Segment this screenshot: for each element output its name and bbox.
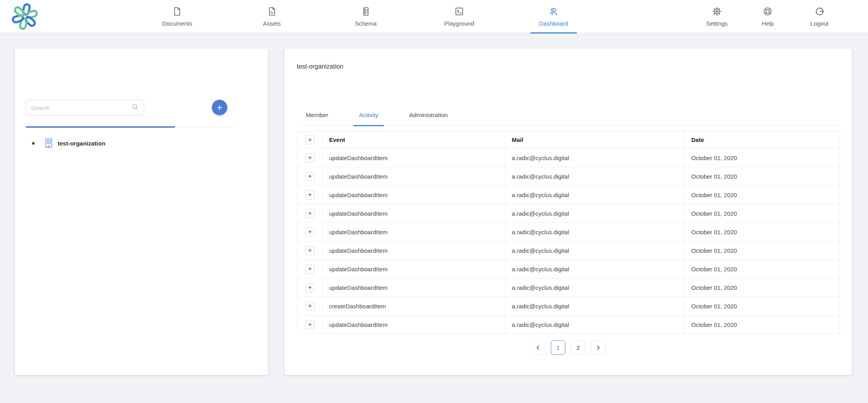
search-icon[interactable] — [131, 103, 139, 112]
expand-row-button[interactable] — [305, 246, 314, 255]
date-cell: October 01, 2020 — [685, 297, 840, 315]
organization-tree-panel: + test-organization — [15, 49, 268, 375]
expand-row-button[interactable] — [305, 209, 314, 218]
date-cell: October 01, 2020 — [685, 186, 840, 204]
date-cell: October 01, 2020 — [685, 278, 840, 297]
date-cell: October 01, 2020 — [685, 167, 840, 185]
expand-cell — [297, 186, 322, 204]
nav-label: Schema — [355, 20, 376, 27]
gear-icon — [712, 6, 722, 18]
database-icon — [361, 6, 371, 18]
nav-item-schema[interactable]: Schema — [355, 0, 376, 33]
nav-item-settings[interactable]: Settings — [706, 0, 728, 33]
organization-detail-panel: test-organization Member Activity Admini… — [284, 49, 852, 375]
nav-item-playground[interactable]: Playground — [444, 0, 474, 33]
event-cell: createDashboardItem — [322, 297, 505, 315]
nav-label: Documents — [162, 20, 192, 27]
next-page-button[interactable] — [591, 340, 606, 355]
document-icon — [172, 6, 182, 18]
expand-row-button[interactable] — [305, 265, 314, 274]
expand-row-button[interactable] — [305, 302, 314, 311]
event-cell: updateDashboardItem — [322, 149, 505, 167]
brand-logo-icon[interactable] — [10, 2, 39, 31]
nav-item-assets[interactable]: Assets — [263, 0, 281, 33]
mail-cell: a.radic@cyclus.digital — [505, 149, 685, 167]
page-button-1[interactable]: 1 — [551, 340, 565, 355]
date-cell: October 01, 2020 — [685, 260, 840, 278]
table-row: updateDashboardItem a.radic@cyclus.digit… — [297, 278, 840, 297]
expand-row-button[interactable] — [305, 320, 314, 329]
expand-cell — [297, 260, 322, 278]
prev-page-button[interactable] — [531, 340, 545, 355]
add-organization-button[interactable]: + — [212, 100, 227, 115]
mail-cell: a.radic@cyclus.digital — [505, 278, 685, 297]
search-row: + — [26, 100, 268, 116]
expand-row-button[interactable] — [305, 283, 314, 292]
event-cell: updateDashboardItem — [322, 278, 505, 297]
header-expand-cell — [297, 131, 322, 148]
expand-row-button[interactable] — [305, 172, 314, 181]
event-cell: updateDashboardItem — [322, 186, 505, 204]
nav-label: Dashboard — [539, 20, 568, 27]
expand-cell — [297, 149, 322, 167]
expand-all-button[interactable] — [305, 135, 314, 144]
lifebuoy-icon — [763, 6, 773, 18]
table-row: updateDashboardItem a.radic@cyclus.digit… — [297, 167, 840, 185]
nav-label: Playground — [444, 20, 474, 27]
event-cell: updateDashboardItem — [322, 204, 505, 222]
search-input[interactable] — [31, 104, 131, 111]
scrollbar-thumb[interactable] — [26, 126, 175, 128]
tree-item-label: test-organization — [58, 140, 105, 147]
mail-cell: a.radic@cyclus.digital — [505, 297, 685, 315]
table-row: updateDashboardItem a.radic@cyclus.digit… — [297, 204, 840, 222]
expand-cell — [297, 223, 322, 241]
table-body: updateDashboardItem a.radic@cyclus.digit… — [297, 148, 840, 334]
table-row: updateDashboardItem a.radic@cyclus.digit… — [297, 185, 840, 204]
nav-item-logout[interactable]: Logout — [810, 0, 829, 33]
tab-activity[interactable]: Activity — [354, 112, 384, 125]
date-cell: October 01, 2020 — [685, 315, 840, 334]
nav-item-documents[interactable]: Documents — [162, 0, 192, 33]
date-cell: October 01, 2020 — [685, 204, 840, 222]
building-icon — [44, 138, 53, 148]
scrollbar-track — [175, 127, 234, 127]
header-date: Date — [685, 131, 840, 148]
event-cell: updateDashboardItem — [322, 167, 505, 185]
nav-label: Settings — [706, 20, 728, 27]
mail-cell: a.radic@cyclus.digital — [505, 315, 685, 334]
nav-label: Logout — [810, 20, 829, 27]
event-cell: updateDashboardItem — [322, 241, 505, 259]
event-cell: updateDashboardItem — [322, 315, 505, 334]
team-icon — [548, 6, 559, 18]
activity-table: Event Mail Date updateDashboardItem a.ra… — [297, 131, 840, 334]
nav-item-dashboard[interactable]: Dashboard — [539, 0, 568, 33]
mail-cell: a.radic@cyclus.digital — [505, 167, 685, 185]
asset-image-icon — [267, 6, 277, 18]
expand-cell — [297, 278, 322, 297]
top-navbar: Documents Assets Schema Playground — [0, 0, 868, 33]
expand-cell — [297, 167, 322, 185]
date-cell: October 01, 2020 — [685, 149, 840, 167]
nav-label: Help — [762, 20, 774, 27]
expand-row-button[interactable] — [305, 228, 314, 237]
mail-cell: a.radic@cyclus.digital — [505, 204, 685, 222]
terminal-icon — [454, 6, 464, 18]
pagination: 1 2 — [284, 340, 852, 355]
expand-cell — [297, 204, 322, 222]
tab-member[interactable]: Member — [300, 112, 334, 125]
table-row: updateDashboardItem a.radic@cyclus.digit… — [297, 315, 840, 334]
tab-administration[interactable]: Administration — [404, 112, 453, 125]
expand-cell — [297, 315, 322, 334]
horizontal-scrollbar[interactable] — [26, 126, 234, 128]
tree-bullet-icon — [32, 142, 35, 145]
expand-row-button[interactable] — [305, 190, 314, 200]
tab-bar: Member Activity Administration — [297, 104, 840, 126]
nav-item-help[interactable]: Help — [762, 0, 774, 33]
expand-row-button[interactable] — [305, 153, 314, 162]
mail-cell: a.radic@cyclus.digital — [505, 186, 685, 204]
tree-item-test-organization[interactable]: test-organization — [15, 136, 268, 150]
page-button-2[interactable]: 2 — [571, 340, 586, 355]
expand-cell — [297, 297, 322, 315]
mail-cell: a.radic@cyclus.digital — [505, 260, 685, 278]
header-mail: Mail — [505, 131, 685, 148]
